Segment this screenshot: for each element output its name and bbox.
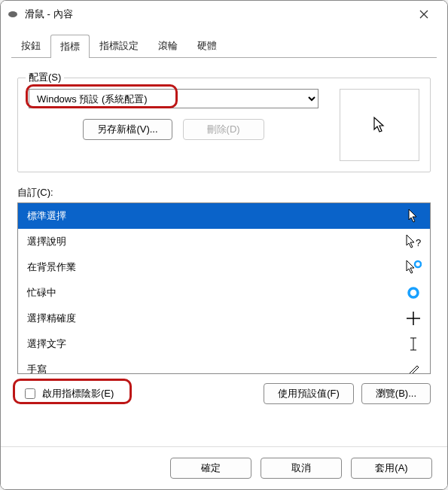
mouse-properties-window: 滑鼠 - 內容 按鈕 指標 指標設定 滾輪 硬體 配置(S) Windows 預… — [0, 0, 448, 490]
list-item[interactable]: 選擇文字 — [18, 331, 430, 357]
tab-content: 配置(S) Windows 預設 (系統配置) 另存新檔(V)... 刪除(D) — [1, 58, 447, 446]
pointer-listbox[interactable]: 標準選擇 選擇說明 ? 在背景作業 — [17, 202, 431, 374]
cursor-precision-icon — [404, 311, 422, 326]
list-item-label: 選擇精確度 — [27, 312, 404, 325]
tab-pointer-options[interactable]: 指標設定 — [90, 34, 148, 57]
tab-hardware[interactable]: 硬體 — [187, 34, 227, 57]
titlebar: 滑鼠 - 內容 — [1, 1, 447, 28]
save-as-button[interactable]: 另存新檔(V)... — [83, 119, 172, 140]
window-title: 滑鼠 - 內容 — [25, 8, 407, 21]
delete-button: 刪除(D) — [183, 119, 264, 140]
pointer-preview-pane — [340, 89, 419, 161]
cancel-button[interactable]: 取消 — [261, 458, 342, 479]
pointer-shadow-checkbox-wrap[interactable]: 啟用指標陰影(E) — [17, 383, 118, 404]
browse-button[interactable]: 瀏覽(B)... — [361, 383, 431, 404]
cursor-working-icon — [404, 260, 422, 275]
cursor-arrow-icon — [372, 116, 387, 134]
list-item[interactable]: 選擇精確度 — [18, 306, 430, 331]
close-button[interactable] — [407, 1, 441, 28]
cursor-arrow-icon — [404, 208, 422, 224]
list-item-label: 手寫 — [27, 363, 404, 373]
svg-point-0 — [8, 11, 17, 17]
list-item-label: 在背景作業 — [27, 260, 404, 274]
list-item[interactable]: 在背景作業 — [18, 254, 430, 280]
dialog-footer: 確定 取消 套用(A) — [1, 446, 447, 489]
list-item[interactable]: 選擇說明 ? — [18, 229, 430, 254]
mouse-icon — [7, 8, 19, 20]
use-default-button[interactable]: 使用預設值(F) — [264, 383, 354, 404]
cursor-busy-icon — [404, 286, 422, 300]
list-item[interactable]: 手寫 — [18, 357, 430, 373]
cursor-text-icon — [404, 336, 422, 352]
bottom-controls: 啟用指標陰影(E) 使用預設值(F) 瀏覽(B)... — [17, 383, 431, 404]
ok-button[interactable]: 確定 — [170, 458, 251, 479]
apply-button[interactable]: 套用(A) — [351, 458, 432, 479]
svg-point-3 — [409, 288, 418, 297]
cursor-pen-icon — [404, 362, 422, 373]
tab-wheel[interactable]: 滾輪 — [148, 34, 187, 57]
svg-text:?: ? — [416, 237, 421, 248]
list-item-label: 選擇說明 — [27, 235, 404, 248]
list-item-label: 標準選擇 — [27, 209, 404, 223]
list-item[interactable]: 標準選擇 — [18, 203, 430, 229]
pointer-shadow-label: 啟用指標陰影(E) — [42, 387, 114, 400]
svg-point-2 — [415, 261, 421, 267]
tab-strip: 按鈕 指標 指標設定 滾輪 硬體 — [1, 28, 447, 57]
tab-buttons[interactable]: 按鈕 — [11, 34, 50, 57]
scheme-group: 配置(S) Windows 預設 (系統配置) 另存新檔(V)... 刪除(D) — [17, 78, 431, 172]
close-icon — [419, 10, 428, 19]
tab-pointers[interactable]: 指標 — [50, 35, 90, 58]
scheme-group-label: 配置(S) — [26, 71, 64, 84]
cursor-help-icon: ? — [404, 234, 422, 249]
list-item-label: 選擇文字 — [27, 337, 404, 351]
pointer-shadow-checkbox[interactable] — [25, 388, 35, 399]
customize-label: 自訂(C): — [17, 186, 431, 199]
list-item-label: 忙碌中 — [27, 286, 404, 300]
scheme-combobox[interactable]: Windows 預設 (系統配置) — [29, 89, 318, 108]
list-item[interactable]: 忙碌中 — [18, 280, 430, 306]
